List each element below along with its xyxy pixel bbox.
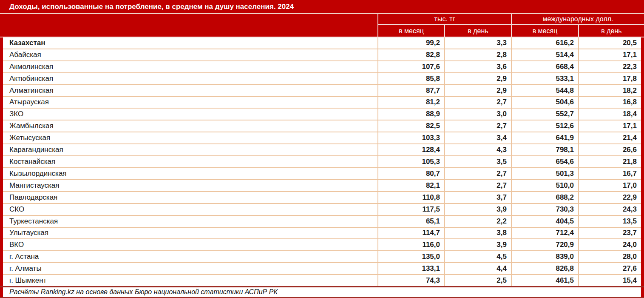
value-cell: 22,3: [578, 61, 641, 72]
value-cell: 514,4: [511, 49, 578, 60]
value-cell: 2,2: [444, 216, 511, 227]
value-cell: 21,4: [578, 132, 641, 143]
value-cell: 3,5: [444, 156, 511, 167]
value-cell: 17,1: [578, 120, 641, 132]
value-cell: 3,8: [444, 228, 511, 239]
value-cell: 88,9: [377, 109, 444, 120]
table-row: Казахстан 99,2 3,3 616,2 20,5: [3, 37, 641, 49]
value-cell: 510,0: [511, 180, 578, 191]
region-cell: Карагандинская: [3, 144, 377, 155]
value-cell: 17,1: [578, 49, 641, 60]
value-cell: 23,7: [578, 228, 641, 239]
region-cell: г. Алматы: [3, 263, 377, 274]
region-cell: ЗКО: [3, 109, 377, 120]
value-cell: 18,2: [578, 85, 641, 96]
region-cell: Акмолинская: [3, 61, 377, 72]
value-cell: 654,6: [511, 156, 578, 167]
value-cell: 99,2: [377, 37, 444, 49]
value-cell: 114,7: [377, 228, 444, 239]
table-row: Павлодарская 110,8 3,7 688,2 22,9: [3, 192, 641, 204]
value-cell: 688,2: [511, 192, 578, 203]
value-cell: 839,0: [511, 251, 578, 262]
value-cell: 16,8: [578, 97, 641, 108]
table-row: г. Шымкент 74,3 2,5 461,5 15,4: [3, 275, 641, 286]
region-cell: Улытауская: [3, 228, 377, 239]
value-cell: 16,7: [578, 168, 641, 179]
value-cell: 4,5: [444, 251, 511, 262]
value-cell: 4,4: [444, 263, 511, 274]
table-row: Жетысуская 103,3 3,4 641,9 21,4: [3, 132, 641, 144]
table-row: Акмолинская 107,6 3,6 668,4 22,3: [3, 61, 641, 73]
value-cell: 2,8: [444, 49, 511, 60]
period-subheader-row: в месяц в день в месяц в день: [377, 25, 644, 37]
value-cell: 65,1: [377, 216, 444, 227]
table-row: СКО 117,5 3,9 730,3 24,3: [3, 204, 641, 216]
table-row: Абайская 82,8 2,8 514,4 17,1: [3, 49, 641, 61]
value-cell: 3,7: [444, 192, 511, 203]
value-cell: 85,8: [377, 73, 444, 84]
value-cell: 2,9: [444, 73, 511, 84]
table-row: Мангистауская 82,1 2,7 510,0 17,0: [3, 180, 641, 192]
value-cell: 2,7: [444, 168, 511, 179]
value-cell: 461,5: [511, 275, 578, 286]
table-row: ВКО 116,0 3,9 720,9 24,0: [3, 239, 641, 251]
value-cell: 107,6: [377, 61, 444, 72]
income-table-infographic: Доходы, использованные на потребление, в…: [0, 0, 644, 298]
region-cell: Туркестанская: [3, 216, 377, 227]
value-cell: 533,1: [511, 73, 578, 84]
value-cell: 26,6: [578, 144, 641, 155]
value-cell: 82,1: [377, 180, 444, 191]
group-header-intl-dollars: международных долл.: [511, 14, 644, 24]
value-cell: 117,5: [377, 204, 444, 215]
table-header: тыс. тг международных долл. в месяц в де…: [0, 14, 644, 37]
table-row: Костанайская 105,3 3,5 654,6 21,8: [3, 156, 641, 168]
value-cell: 80,7: [377, 168, 444, 179]
value-cell: 74,3: [377, 275, 444, 286]
table-row: Жамбылская 82,5 2,7 512,6 17,1: [3, 120, 641, 132]
value-cell: 116,0: [377, 239, 444, 250]
table-row: ЗКО 88,9 3,0 552,7 18,4: [3, 109, 641, 120]
column-header-tenge-month: в месяц: [377, 25, 444, 37]
region-cell: Кызылординская: [3, 168, 377, 179]
column-header-usd-day: в день: [578, 25, 644, 37]
value-cell: 13,5: [578, 216, 641, 227]
value-cell: 2,7: [444, 97, 511, 108]
value-cell: 103,3: [377, 132, 444, 143]
region-cell: Мангистауская: [3, 180, 377, 191]
value-cell: 3,4: [444, 132, 511, 143]
table-row: г. Алматы 133,1 4,4 826,8 27,6: [3, 263, 641, 275]
table-row: Туркестанская 65,1 2,2 404,5 13,5: [3, 216, 641, 228]
value-cell: 2,7: [444, 180, 511, 191]
region-cell: г. Астана: [3, 251, 377, 262]
value-cell: 82,5: [377, 120, 444, 132]
source-note: Расчёты Ranking.kz на основе данных Бюро…: [0, 287, 644, 297]
region-column-header-spacer: [0, 14, 377, 37]
table-body: Казахстан 99,2 3,3 616,2 20,5 Абайская 8…: [0, 37, 644, 286]
region-cell: Актюбинская: [3, 73, 377, 84]
value-cell: 641,9: [511, 132, 578, 143]
value-cell: 3,0: [444, 109, 511, 120]
value-cell: 133,1: [377, 263, 444, 274]
region-cell: г. Шымкент: [3, 275, 377, 286]
value-cell: 512,6: [511, 120, 578, 132]
value-cell: 720,9: [511, 239, 578, 250]
value-cell: 668,4: [511, 61, 578, 72]
region-cell: СКО: [3, 204, 377, 215]
value-cell: 712,4: [511, 228, 578, 239]
value-cell: 544,8: [511, 85, 578, 96]
table-row: Улытауская 114,7 3,8 712,4 23,7: [3, 228, 641, 240]
column-header-usd-month: в месяц: [511, 25, 578, 37]
value-cell: 82,8: [377, 49, 444, 60]
value-cell: 404,5: [511, 216, 578, 227]
region-cell: Абайская: [3, 49, 377, 60]
table-row: г. Астана 135,0 4,5 839,0 28,0: [3, 251, 641, 263]
value-cell: 798,1: [511, 144, 578, 155]
value-cell: 501,3: [511, 168, 578, 179]
table-row: Карагандинская 128,4 4,3 798,1 26,6: [3, 144, 641, 156]
table-row: Актюбинская 85,8 2,9 533,1 17,8: [3, 73, 641, 85]
value-cell: 22,9: [578, 192, 641, 203]
value-cell: 18,4: [578, 109, 641, 120]
value-cell: 3,9: [444, 239, 511, 250]
region-cell: Казахстан: [3, 37, 377, 49]
value-cell: 2,5: [444, 275, 511, 286]
